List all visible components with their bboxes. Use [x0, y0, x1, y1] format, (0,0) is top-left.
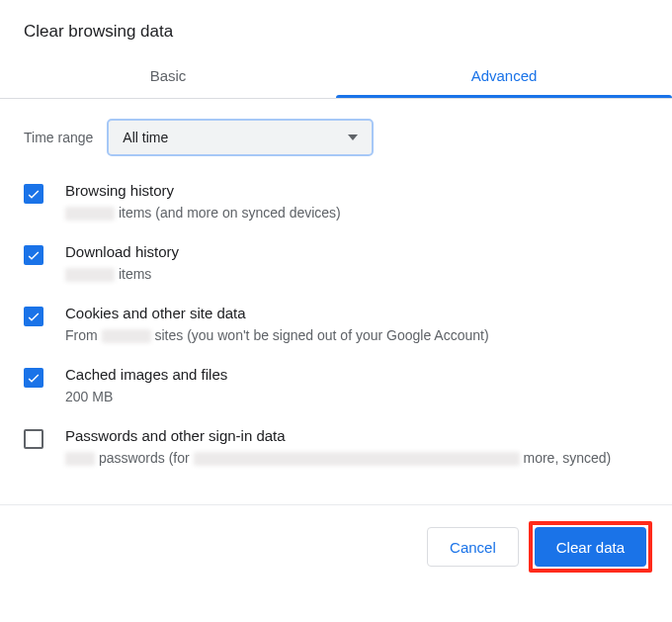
redacted-value — [194, 452, 520, 466]
option-subtitle: From sites (you won't be signed out of y… — [65, 325, 648, 346]
tab-basic[interactable]: Basic — [0, 55, 336, 98]
redacted-value — [65, 452, 95, 466]
redacted-value — [65, 207, 115, 221]
option-text: Cached images and files 200 MB — [65, 366, 648, 407]
dialog-footer: Cancel Clear data — [0, 505, 672, 588]
time-range-label: Time range — [24, 130, 93, 145]
checkbox-browsing-history[interactable] — [24, 184, 43, 204]
option-browsing-history: Browsing history items (and more on sync… — [24, 182, 648, 223]
option-subtitle: passwords (for more, synced) — [65, 448, 648, 469]
check-icon — [26, 186, 42, 202]
time-range-dropdown[interactable]: All time — [107, 119, 374, 156]
check-icon — [26, 247, 42, 263]
clear-browsing-data-dialog: Clear browsing data Basic Advanced Time … — [0, 0, 672, 588]
tabs: Basic Advanced — [0, 55, 672, 99]
time-range-row: Time range All time — [24, 119, 648, 156]
time-range-value: All time — [123, 130, 168, 145]
highlight-annotation: Clear data — [529, 521, 652, 573]
option-download-history: Download history items — [24, 243, 648, 285]
option-text: Browsing history items (and more on sync… — [65, 182, 648, 223]
cancel-button[interactable]: Cancel — [427, 527, 519, 567]
checkbox-passwords[interactable] — [24, 429, 43, 449]
check-icon — [26, 370, 42, 386]
option-title: Passwords and other sign-in data — [65, 427, 648, 444]
tab-advanced[interactable]: Advanced — [336, 55, 672, 98]
option-title: Cached images and files — [65, 366, 648, 383]
chevron-down-icon — [348, 134, 358, 140]
option-title: Download history — [65, 243, 648, 260]
checkbox-download-history[interactable] — [24, 245, 43, 265]
redacted-value — [65, 268, 115, 282]
option-title: Browsing history — [65, 182, 648, 199]
redacted-value — [102, 329, 151, 343]
option-text: Download history items — [65, 243, 648, 285]
check-icon — [26, 309, 42, 324]
option-title: Cookies and other site data — [65, 305, 648, 321]
option-text: Cookies and other site data From sites (… — [65, 305, 648, 346]
option-text: Passwords and other sign-in data passwor… — [65, 427, 648, 469]
dialog-title: Clear browsing data — [0, 0, 672, 55]
option-passwords: Passwords and other sign-in data passwor… — [24, 427, 648, 469]
dialog-content: Time range All time Browsing history ite… — [0, 99, 672, 496]
option-cookies: Cookies and other site data From sites (… — [24, 305, 648, 346]
clear-data-button[interactable]: Clear data — [535, 527, 646, 567]
checkbox-cached[interactable] — [24, 368, 43, 388]
option-subtitle: 200 MB — [65, 387, 648, 407]
option-cached: Cached images and files 200 MB — [24, 366, 648, 407]
option-subtitle: items — [65, 264, 648, 285]
option-subtitle: items (and more on synced devices) — [65, 203, 648, 223]
checkbox-cookies[interactable] — [24, 307, 43, 326]
